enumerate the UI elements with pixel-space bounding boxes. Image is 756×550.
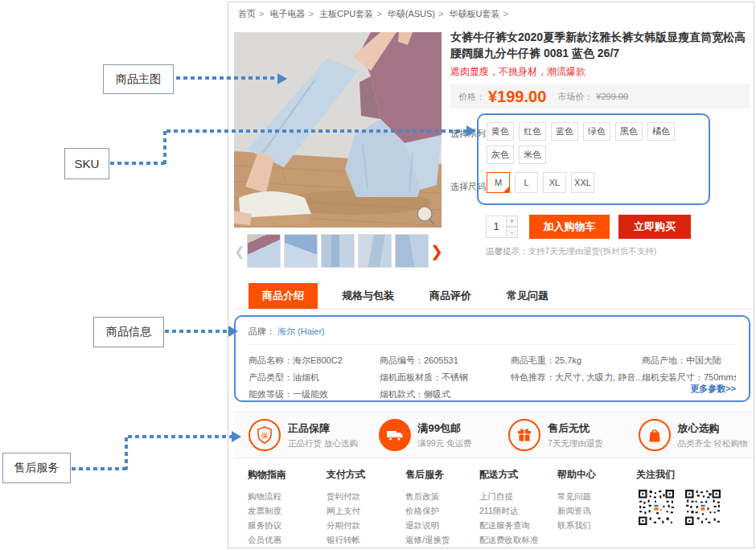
promo-text: 遮肉显瘦，不挑身材，潮流爆款 — [450, 65, 750, 79]
size-option[interactable]: XXL — [571, 172, 594, 193]
service-title: 售后无忧 — [548, 421, 603, 436]
field-label: 商品产地： — [642, 355, 686, 365]
footer-column: 配送方式 上门自提211限时达配送服务查询配送费收取标准海外配送 — [479, 468, 557, 550]
product-info-field: 商品名称：海尔E800C2 — [249, 352, 380, 369]
series-option[interactable]: 灰色 — [487, 146, 514, 164]
market-price-value: ¥299.00 — [596, 92, 628, 101]
product-info-field: 商品编号：2605531 — [380, 352, 511, 369]
size-option[interactable]: M — [487, 172, 510, 193]
callout-product-info: 商品信息 — [93, 317, 164, 347]
quantity-value[interactable]: 1 — [486, 215, 507, 238]
thumbnail-image[interactable] — [284, 234, 318, 268]
footer-link[interactable]: 配送服务查询 — [479, 518, 557, 532]
series-option[interactable]: 米色 — [519, 146, 546, 164]
product-info-field: 商品毛重：25.7kg — [511, 352, 642, 369]
footer-link[interactable]: 会员优惠 — [248, 532, 327, 547]
prev-thumbnails-chevron-icon[interactable]: ❮ — [234, 244, 245, 259]
size-option[interactable]: L — [515, 172, 538, 193]
arrow-line — [125, 437, 128, 470]
footer-column: 帮助中心 常见问题新闻资讯联系我们 — [557, 468, 636, 550]
footer: 购物指南 购物流程发票制度服务协议会员优惠 支付方式 货到付款网上支付分期付款银… — [234, 468, 754, 547]
footer-link[interactable]: 上门自提 — [479, 489, 557, 503]
footer-link[interactable]: 发票制度 — [248, 503, 327, 518]
detail-tab[interactable]: 规格与包装 — [331, 283, 405, 309]
detail-tab[interactable]: 商品评价 — [418, 283, 483, 309]
product-info-field: 产品类型：油烟机 — [249, 369, 380, 386]
footer-link[interactable]: 新闻资讯 — [557, 503, 636, 518]
service-item: 放心选购 品类齐全 轻松购物 — [624, 412, 754, 458]
arrow-line — [166, 129, 466, 133]
footer-link[interactable]: 购物流程 — [248, 489, 327, 503]
footer-links: 常见问题新闻资讯联系我们 — [557, 489, 636, 532]
breadcrumb-link[interactable]: 华硕(ASUS) — [388, 9, 435, 18]
footer-link[interactable]: 联系我们 — [557, 518, 636, 532]
more-params-link[interactable]: 更多参数>> — [690, 383, 736, 395]
footer-link[interactable]: 货到付款 — [327, 489, 405, 503]
footer-link[interactable]: 服务协议 — [248, 518, 327, 532]
thumbnail-image[interactable] — [395, 234, 429, 268]
series-option[interactable]: 绿色 — [583, 122, 610, 141]
footer-column: 购物指南 购物流程发票制度服务协议会员优惠 — [248, 468, 327, 550]
breadcrumb-link[interactable]: 主板CPU套装 — [319, 9, 373, 18]
service-desc: 7天无理由退货 — [548, 438, 603, 449]
footer-link[interactable]: 海外配送 — [479, 547, 557, 550]
product-info-field: 烟机款式：侧吸式 — [380, 386, 511, 403]
breadcrumb-link[interactable]: 华硕板U套装 — [450, 9, 500, 18]
brand-row: 品牌： 海尔 (Haier) — [249, 323, 736, 345]
buy-now-button[interactable]: 立即购买 — [618, 215, 691, 239]
quantity-increase-button[interactable]: + — [507, 215, 518, 227]
field-label: 商品编号： — [380, 355, 424, 365]
thumbnail-image[interactable] — [247, 234, 281, 268]
breadcrumb-separator: > — [503, 9, 507, 18]
tips-text: 支持7天无理由退货(拆封后不支持) — [528, 246, 657, 256]
series-option[interactable]: 黑色 — [615, 122, 643, 141]
arrowhead-icon — [466, 125, 476, 137]
breadcrumb-item: 华硕板U套装> — [450, 9, 512, 18]
footer-link[interactable]: 211限时达 — [479, 503, 557, 518]
detail-tab[interactable]: 商品介绍 — [249, 283, 318, 309]
series-option[interactable]: 蓝色 — [551, 122, 578, 141]
footer-link[interactable]: 售后政策 — [405, 489, 479, 503]
arrow-line — [163, 131, 166, 165]
series-option[interactable]: 橘色 — [647, 122, 675, 141]
series-option[interactable]: 红色 — [519, 122, 546, 141]
service-item: 保 正品保障 正品行货 放心选购 — [234, 412, 364, 458]
thumbnail-image[interactable] — [358, 234, 392, 268]
field-value: 一级能效 — [293, 389, 328, 399]
footer-column-title: 售后服务 — [405, 468, 479, 482]
breadcrumb-separator: > — [438, 9, 443, 18]
add-to-cart-button[interactable]: 加入购物车 — [529, 215, 610, 239]
series-option[interactable]: 黄色 — [487, 122, 514, 141]
field-label: 商品毛重： — [511, 355, 555, 365]
field-value: 侧吸式 — [424, 389, 450, 399]
arrow-line — [110, 162, 166, 165]
footer-link[interactable]: 配送费收取标准 — [479, 532, 557, 547]
footer-link[interactable]: 网上支付 — [327, 503, 405, 518]
footer-link[interactable]: 返修/退换货 — [405, 532, 479, 547]
footer-link[interactable]: 分期付款 — [327, 518, 405, 532]
breadcrumb-link[interactable]: 首页 — [238, 9, 256, 18]
product-info-field: 商品产地：中国大陆 — [642, 352, 736, 369]
brand-link[interactable]: 海尔 (Haier) — [277, 326, 325, 336]
breadcrumb: 首页> 电子电器> 主板CPU套装> 华硕(ASUS)> 华硕板U套装> — [238, 8, 512, 20]
breadcrumb-link[interactable]: 电子电器 — [270, 9, 306, 18]
footer-link[interactable]: 银行转帐 — [327, 532, 405, 547]
field-label: 能效等级： — [249, 389, 293, 399]
size-option[interactable]: XL — [543, 172, 566, 193]
footer-column-title: 关注我们 — [636, 468, 715, 482]
footer-link[interactable]: 常见问题 — [557, 489, 636, 503]
next-thumbnails-chevron-icon[interactable]: ❯ — [430, 242, 442, 261]
detail-tab[interactable]: 常见问题 — [495, 283, 560, 309]
gift-icon — [508, 419, 540, 451]
footer-link[interactable]: 退款说明 — [405, 518, 479, 532]
field-label: 商品名称： — [249, 355, 293, 365]
footer-link[interactable]: 价格保护 — [405, 503, 479, 518]
field-value: 大尺寸, 大吸力, 静音... — [555, 372, 642, 382]
product-info-grid: 商品名称：海尔E800C2 商品编号：2605531 商品毛重：25.7kg 商… — [249, 352, 736, 403]
service-guarantees: 保 正品保障 正品行货 放心选购 满99包邮 满99元 免运费 售后无忧 7天无… — [234, 412, 754, 458]
quantity-decrease-button[interactable]: - — [507, 227, 518, 238]
field-label: 特色推荐： — [511, 372, 555, 382]
thumbnail-image[interactable] — [321, 234, 355, 268]
footer-link[interactable]: 取消订单 — [405, 547, 479, 550]
price-label: 价格： — [458, 91, 485, 103]
